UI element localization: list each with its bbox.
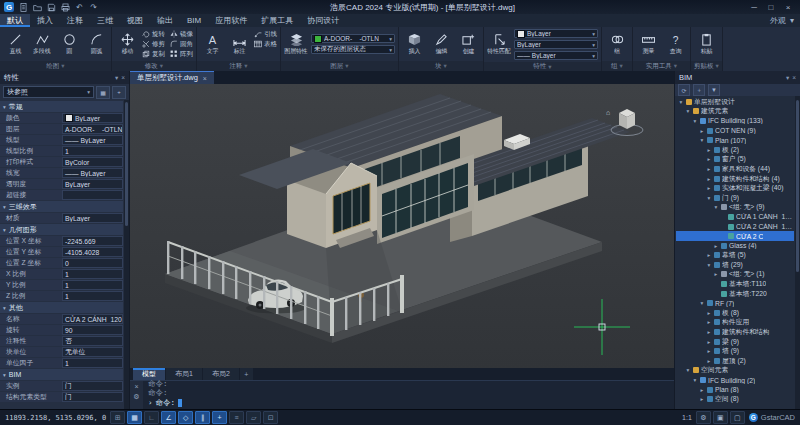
- expander-icon[interactable]: ▸: [699, 128, 705, 134]
- tool-edit-button[interactable]: 编辑: [429, 29, 453, 59]
- tree-item[interactable]: ▾RF (7): [676, 298, 794, 308]
- tree-item[interactable]: 基本墙:T220: [676, 289, 794, 299]
- tree-item[interactable]: ▾IFC Building (2): [676, 375, 794, 385]
- home-icon[interactable]: ⌂: [606, 109, 610, 116]
- prop-section-2[interactable]: ▾几何图形: [0, 224, 123, 235]
- osnap-toggle[interactable]: ◇: [178, 411, 193, 424]
- expander-icon[interactable]: ▸: [706, 166, 712, 172]
- ribbon-dropdown[interactable]: 未保存的图层状态▾: [311, 45, 395, 54]
- tree-item[interactable]: ▸板 (8): [676, 308, 794, 318]
- dyn-input-toggle[interactable]: +: [212, 411, 227, 424]
- expander-icon[interactable]: ▾: [699, 300, 705, 306]
- expander-icon[interactable]: ▸: [706, 358, 712, 364]
- ribbon-dropdown[interactable]: A-DOOR-__-OTLN▾: [311, 34, 395, 43]
- close-button[interactable]: ×: [780, 1, 796, 13]
- property-value[interactable]: ByLayer: [62, 213, 123, 223]
- tool-layers-button[interactable]: 图层特性: [284, 29, 308, 59]
- select-objects-button[interactable]: +: [112, 86, 126, 99]
- tool-create-button[interactable]: 创建: [456, 29, 480, 59]
- scrollbar[interactable]: [124, 100, 129, 409]
- open-file-button[interactable]: [32, 2, 43, 13]
- property-value[interactable]: 1: [62, 280, 123, 290]
- tree-item[interactable]: ▸Plan (8): [676, 385, 794, 395]
- tree-item[interactable]: ▸梁 (9): [676, 337, 794, 347]
- grid-toggle[interactable]: ▦: [127, 411, 142, 424]
- property-value[interactable]: 1: [62, 291, 123, 301]
- expander-icon[interactable]: ▸: [699, 387, 705, 393]
- property-value[interactable]: CỬA 2 CÁNH_120…: [62, 314, 123, 324]
- tool-line-button[interactable]: 直线: [3, 29, 27, 59]
- filter-icon[interactable]: ▼: [708, 84, 720, 96]
- tree-item[interactable]: ▾单层别墅设计: [676, 97, 794, 107]
- viewport-canvas[interactable]: ⌂: [130, 84, 674, 368]
- expander-icon[interactable]: ▾: [706, 262, 712, 268]
- property-value[interactable]: A-DOOR-__-OTLN: [62, 124, 123, 134]
- tree-item[interactable]: ▸屋顶 (2): [676, 356, 794, 366]
- ribbon-dropdown[interactable]: —— ByLayer▾: [514, 51, 598, 60]
- tool-paste-button[interactable]: 粘贴: [694, 29, 718, 59]
- tree-item[interactable]: ▸CỐT NỀN (9): [676, 126, 794, 136]
- ribbon-group-label[interactable]: 块▾: [399, 61, 483, 71]
- tree-item[interactable]: ▸幕墙 (5): [676, 251, 794, 261]
- tool-text-button[interactable]: A文字: [200, 29, 224, 59]
- expander-icon[interactable]: ▸: [706, 310, 712, 316]
- ribbon-group-label[interactable]: 剪贴板▾: [691, 61, 722, 71]
- expander-icon[interactable]: ▸: [706, 319, 712, 325]
- tree-item[interactable]: ▸空间 (8): [676, 394, 794, 404]
- redo-button[interactable]: ↷: [88, 2, 99, 13]
- tree-item[interactable]: ▾门 (9): [676, 193, 794, 203]
- minimize-button[interactable]: ─: [746, 1, 762, 13]
- pin-icon[interactable]: ▾: [786, 74, 789, 82]
- ribbon-group-label[interactable]: 实用工具▾: [633, 61, 690, 71]
- ribbon-tab-三维[interactable]: 三维: [90, 14, 120, 27]
- ribbon-tab-输出[interactable]: 输出: [150, 14, 180, 27]
- tree-item[interactable]: ▸家具和设备 (44): [676, 164, 794, 174]
- ribbon-tab-视图[interactable]: 视图: [120, 14, 150, 27]
- property-value[interactable]: 0: [62, 258, 123, 268]
- annotation-scale[interactable]: 1:1: [682, 414, 692, 421]
- property-value[interactable]: [62, 190, 123, 200]
- close-icon[interactable]: ×: [203, 75, 207, 82]
- tool-rotate-button[interactable]: 旋转: [142, 30, 165, 39]
- tree-item[interactable]: ▸墙 (9): [676, 346, 794, 356]
- transparency-toggle[interactable]: ▱: [246, 411, 261, 424]
- workspace-icon[interactable]: ⚙: [696, 411, 711, 424]
- expander-icon[interactable]: ▾: [713, 204, 719, 210]
- tree-item[interactable]: ▸窗户 (5): [676, 155, 794, 165]
- tool-move-button[interactable]: 移动: [115, 29, 139, 59]
- properties-panel-header[interactable]: 特性 ▾ ×: [0, 71, 129, 84]
- tree-item[interactable]: ▾IFC Building (133): [676, 116, 794, 126]
- expander-icon[interactable]: ▸: [706, 348, 712, 354]
- isolate-icon[interactable]: ▣: [713, 411, 728, 424]
- pin-icon[interactable]: ▾: [115, 74, 118, 82]
- tool-query-button[interactable]: ?查询: [663, 29, 687, 59]
- property-value[interactable]: -4105.4028: [62, 247, 123, 257]
- expander-icon[interactable]: ▾: [692, 377, 698, 383]
- expander-icon[interactable]: ▸: [706, 156, 712, 162]
- tool-arc-button[interactable]: 圆弧: [84, 29, 108, 59]
- tool-insert-button[interactable]: 插入: [402, 29, 426, 59]
- property-value[interactable]: 1: [62, 146, 123, 156]
- ribbon-tab-协同设计[interactable]: 协同设计: [300, 14, 346, 27]
- ribbon-group-label[interactable]: 绘图▾: [0, 61, 111, 71]
- fullscreen-icon[interactable]: ▢: [730, 411, 745, 424]
- tree-item[interactable]: ▸Glass (4): [676, 241, 794, 251]
- ribbon-group-label[interactable]: 图层▾: [281, 61, 398, 71]
- command-input[interactable]: ›命令:: [148, 397, 669, 408]
- ribbon-tab-应用软件[interactable]: 应用软件: [208, 14, 254, 27]
- expander-icon[interactable]: ▾: [685, 367, 691, 373]
- expander-icon[interactable]: ▸: [706, 147, 712, 153]
- document-tab[interactable]: 单层别墅设计.dwg ×: [130, 71, 214, 84]
- tree-item[interactable]: 基本墙:T110: [676, 279, 794, 289]
- ribbon-tab-扩展工具[interactable]: 扩展工具: [254, 14, 300, 27]
- tree-item[interactable]: ▾建筑元素: [676, 107, 794, 117]
- ribbon-group-label[interactable]: 特性▾: [484, 62, 601, 71]
- tree-item[interactable]: CỬA 2 CÁNH_120…: [676, 222, 794, 232]
- tool-fillet-button[interactable]: 圆角: [170, 40, 193, 49]
- ribbon-tab-BIM[interactable]: BIM: [180, 14, 208, 27]
- refresh-icon[interactable]: ⟳: [678, 84, 690, 96]
- tree-item[interactable]: ▾空间元素: [676, 366, 794, 376]
- expander-icon[interactable]: ▸: [713, 271, 719, 277]
- expander-icon[interactable]: ▾: [706, 195, 712, 201]
- save-file-button[interactable]: [46, 2, 57, 13]
